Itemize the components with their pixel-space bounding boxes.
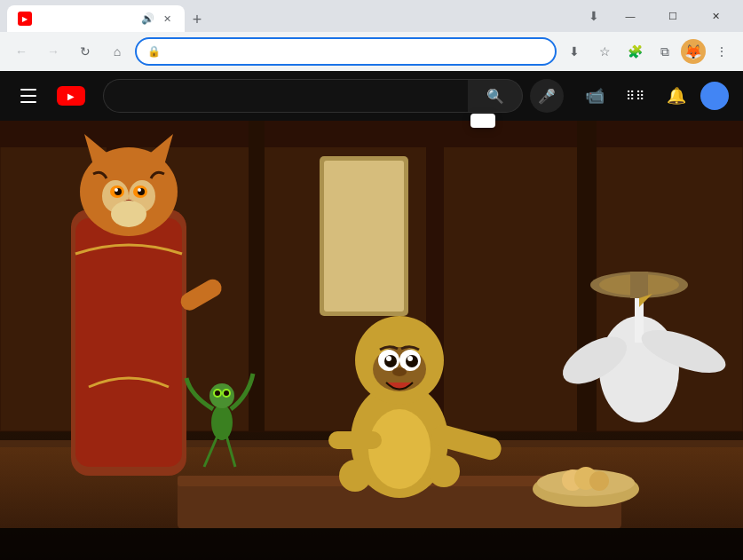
new-tab-button[interactable]: + (185, 7, 209, 32)
menu-button[interactable]: ⋮ (707, 37, 736, 66)
search-input[interactable] (103, 79, 468, 113)
svg-point-39 (138, 188, 141, 192)
svg-point-44 (209, 383, 234, 408)
hamburger-line (20, 95, 36, 97)
hamburger-line (20, 101, 36, 103)
svg-rect-7 (577, 121, 597, 431)
svg-rect-61 (328, 431, 382, 449)
svg-point-50 (368, 409, 431, 489)
svg-rect-22 (630, 272, 648, 298)
search-icon: 🔍 (486, 88, 504, 105)
svg-point-58 (407, 356, 413, 361)
apps-icon: ⠿⠿ (626, 89, 645, 103)
apps-button[interactable]: ⠿⠿ (619, 79, 652, 113)
nav-bar: ← → ↻ ⌂ 🔒 ⬇ ☆ 🧩 ⧉ 🦊 ⋮ (0, 32, 743, 71)
create-button[interactable]: 📹 (578, 79, 612, 113)
svg-point-48 (224, 390, 229, 396)
hamburger-menu-button[interactable] (14, 82, 43, 110)
svg-point-18 (589, 471, 609, 491)
refresh-button[interactable]: ↻ (71, 37, 99, 66)
user-avatar[interactable] (700, 82, 729, 110)
youtube-actions: 📹 ⠿⠿ 🔔 (578, 79, 729, 113)
bell-icon: 🔔 (667, 86, 686, 106)
search-container: 🔍 🎤 (103, 79, 564, 113)
create-icon: 📹 (585, 86, 605, 106)
tab-favicon (18, 12, 32, 26)
youtube-logo[interactable] (57, 86, 89, 106)
youtube-header: 🔍 🎤 📹 ⠿⠿ 🔔 (0, 71, 743, 121)
profile-button[interactable]: 🦊 (681, 39, 706, 64)
svg-point-59 (392, 367, 407, 376)
tab-close-button[interactable]: ✕ (160, 12, 174, 26)
browser-actions: ⬇ ☆ 🧩 ⧉ 🦊 ⋮ (560, 37, 736, 66)
window-controls: — ☐ ✕ (610, 0, 736, 32)
svg-point-47 (215, 390, 220, 396)
svg-rect-64 (0, 528, 743, 560)
mic-icon: 🎤 (538, 88, 556, 105)
notifications-button[interactable]: 🔔 (660, 79, 693, 113)
bookmark-button[interactable]: ☆ (590, 37, 619, 66)
tab-strip: 🔊 ✕ + (7, 0, 574, 32)
lock-icon: 🔒 (147, 45, 161, 58)
download-icon: ⬇ (581, 4, 606, 28)
hamburger-line (20, 89, 36, 91)
tab-manager-button[interactable]: ⧉ (651, 37, 679, 66)
svg-point-57 (386, 356, 391, 361)
video-area[interactable] (0, 121, 743, 560)
voice-search-button[interactable]: 🎤 (530, 79, 564, 113)
svg-rect-28 (75, 218, 182, 467)
address-bar[interactable]: 🔒 (135, 37, 557, 66)
svg-rect-9 (324, 161, 404, 312)
video-scene (0, 121, 743, 560)
svg-point-43 (211, 405, 233, 440)
browser-tab[interactable]: 🔊 ✕ (7, 5, 185, 32)
svg-point-63 (339, 460, 371, 492)
search-button[interactable]: 🔍 (468, 79, 523, 113)
title-bar: 🔊 ✕ + ⬇ — ☐ ✕ (0, 0, 743, 32)
forward-button[interactable]: → (39, 37, 67, 66)
back-button[interactable]: ← (7, 37, 36, 66)
minimize-button[interactable]: — (610, 0, 651, 32)
maximize-button[interactable]: ☐ (652, 0, 693, 32)
extensions-button[interactable]: 🧩 (620, 37, 649, 66)
download-action-button[interactable]: ⬇ (560, 37, 589, 66)
home-button[interactable]: ⌂ (103, 37, 131, 66)
youtube-logo-icon (57, 86, 85, 106)
svg-point-41 (111, 201, 146, 227)
tab-audio-icon: 🔊 (141, 12, 154, 25)
svg-point-62 (428, 455, 460, 487)
voice-tooltip (470, 114, 495, 128)
close-button[interactable]: ✕ (695, 0, 736, 32)
svg-point-38 (115, 188, 118, 192)
